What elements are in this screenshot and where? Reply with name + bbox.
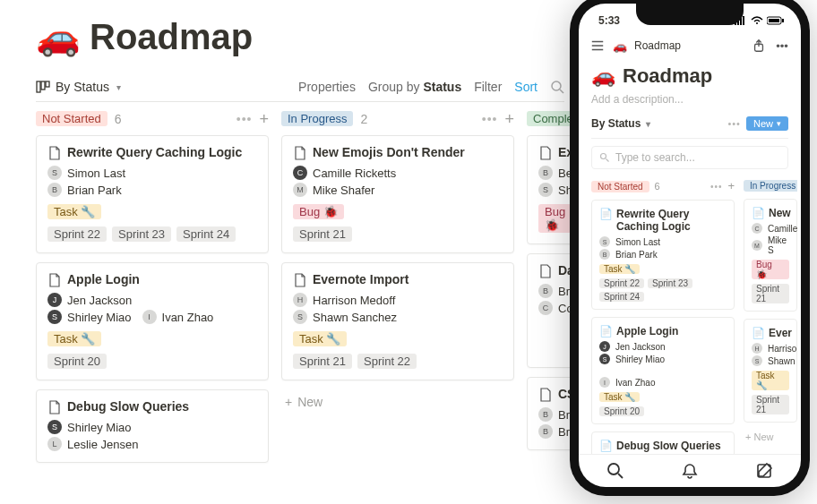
- assignee: CCamille Ricketts: [293, 166, 503, 180]
- card[interactable]: 📄New CCamille MMike S Bug 🐞 Sprint 21: [744, 199, 797, 312]
- more-icon[interactable]: •••: [774, 38, 790, 54]
- new-button[interactable]: New: [746, 116, 788, 131]
- sprint-tag: Sprint 22: [47, 226, 107, 242]
- phone-page-title: 🚗 Roadmap: [591, 64, 788, 88]
- page-icon: [293, 273, 307, 287]
- assignee: SSimon Last: [47, 166, 257, 180]
- type-tag: Bug 🐞: [293, 204, 344, 219]
- view-selector[interactable]: By Status ▾: [591, 117, 650, 130]
- column-header: Not Started 6 ••• +: [36, 111, 269, 126]
- card[interactable]: Debug Slow Queries SShirley Miao LLeslie…: [36, 389, 269, 463]
- column-in-progress: In Progress 2 ••• + New Emojis Don't Ren…: [281, 111, 514, 472]
- avatar: S: [47, 310, 62, 324]
- card[interactable]: Apple Login JJen Jackson SShirley Miao I…: [36, 262, 269, 380]
- svg-rect-1: [41, 81, 45, 90]
- page-icon: [538, 146, 553, 160]
- avatar: S: [538, 183, 553, 197]
- phone-body: 🚗 Roadmap Add a description... By Status…: [579, 59, 801, 454]
- svg-rect-8: [743, 16, 744, 25]
- sprint-tag: Sprint 20: [47, 354, 107, 369]
- card[interactable]: 📄Apple Login JJen Jackson SShirley Miao …: [591, 317, 735, 424]
- assignee: BBee: [538, 166, 569, 180]
- page-icon: 📄: [599, 325, 613, 337]
- type-tag: Task 🔧: [293, 331, 347, 346]
- avatar: B: [538, 424, 553, 439]
- assignee: SShirley Miao: [47, 310, 132, 324]
- search-icon: [599, 152, 610, 163]
- board-icon: [36, 80, 50, 94]
- search-icon[interactable]: [550, 80, 564, 94]
- view-selector-label: By Status: [56, 80, 109, 94]
- svg-rect-12: [782, 19, 784, 22]
- phone-board: Not Started 6 ••• + 📄Rewrite Query Cachi…: [591, 180, 788, 454]
- avatar: C: [293, 166, 307, 180]
- column-count: 6: [115, 112, 122, 126]
- page-icon: [538, 264, 553, 278]
- column-status-chip[interactable]: Not Started: [36, 111, 108, 126]
- view-selector[interactable]: By Status ▾: [36, 80, 121, 94]
- card[interactable]: New Emojis Don't Render CCamille Rickett…: [281, 135, 514, 253]
- phone-column-in-progress: In Progress 📄New CCamille MMike S Bug 🐞 …: [744, 180, 797, 454]
- column-not-started: Not Started 6 ••• + Rewrite Query Cachin…: [36, 111, 269, 472]
- chevron-down-icon: ▾: [116, 82, 121, 92]
- view-menu-icon[interactable]: •••: [727, 118, 741, 129]
- add-card-button[interactable]: + New: [281, 389, 514, 414]
- card-title: Evernote Import: [313, 272, 408, 286]
- avatar: M: [293, 183, 307, 197]
- sort-button[interactable]: Sort: [514, 80, 538, 94]
- hamburger-icon[interactable]: [589, 38, 606, 54]
- nav-search-icon[interactable]: [606, 462, 624, 480]
- app-bar: 🚗 Roadmap •••: [579, 32, 801, 59]
- properties-button[interactable]: Properties: [298, 80, 356, 94]
- avatar: S: [47, 420, 62, 434]
- card[interactable]: Rewrite Query Caching Logic SSimon Last …: [36, 135, 269, 253]
- column-menu-icon[interactable]: •••: [710, 182, 723, 192]
- card-title: Apple Login: [67, 272, 140, 286]
- card[interactable]: 📄Debug Slow Queries SShirley Miao: [591, 431, 735, 454]
- nav-compose-icon[interactable]: [755, 462, 773, 480]
- nav-notifications-icon[interactable]: [681, 462, 699, 480]
- column-status-chip[interactable]: In Progress: [744, 180, 797, 192]
- card[interactable]: Evernote Import HHarrison Medoff SShawn …: [281, 262, 514, 380]
- search-input[interactable]: Type to search...: [591, 146, 788, 169]
- type-tag: Bug 🐞: [538, 204, 572, 233]
- column-add-icon[interactable]: +: [504, 113, 514, 125]
- avatar: C: [538, 301, 553, 315]
- column-status-chip[interactable]: In Progress: [281, 111, 353, 126]
- filter-button[interactable]: Filter: [474, 80, 502, 94]
- breadcrumb-emoji: 🚗: [613, 39, 627, 53]
- assignee: IIvan Zhao: [142, 310, 214, 324]
- breadcrumb-title[interactable]: Roadmap: [634, 39, 681, 52]
- assignee: MMike Shafer: [293, 183, 503, 197]
- card[interactable]: 📄Rewrite Query Caching Logic SSimon Last…: [591, 200, 735, 310]
- svg-line-18: [606, 159, 609, 162]
- column-add-icon[interactable]: +: [727, 180, 735, 192]
- sprint-tag: Sprint 24: [176, 226, 236, 242]
- avatar: J: [47, 293, 62, 307]
- type-tag: Task 🔧: [47, 331, 101, 346]
- avatar: B: [538, 166, 553, 180]
- column-header: In Progress 2 ••• +: [281, 111, 514, 126]
- share-icon[interactable]: [751, 38, 767, 54]
- page-icon: [47, 400, 62, 414]
- avatar: B: [538, 407, 553, 422]
- card-title: New Emojis Don't Render: [313, 145, 465, 159]
- column-status-chip[interactable]: Not Started: [591, 181, 649, 192]
- column-menu-icon[interactable]: •••: [236, 112, 253, 126]
- page-icon: [47, 146, 62, 160]
- group-by-button[interactable]: Group by Status: [368, 80, 461, 94]
- page-emoji: 🚗: [591, 64, 615, 88]
- svg-rect-0: [37, 81, 40, 92]
- assignee: SShawn Sanchez: [293, 310, 503, 324]
- page-icon: [293, 146, 307, 160]
- svg-line-20: [618, 474, 623, 478]
- column-add-icon[interactable]: +: [259, 113, 269, 125]
- add-card-button[interactable]: + New: [744, 430, 797, 444]
- column-menu-icon[interactable]: •••: [482, 112, 498, 126]
- sprint-tag: Sprint 22: [357, 354, 417, 369]
- description-placeholder[interactable]: Add a description...: [591, 93, 788, 106]
- column-count: 2: [360, 112, 367, 126]
- card[interactable]: 📄Ever HHarriso SShawn Task 🔧 Sprint 21: [744, 319, 797, 423]
- assignee: SShi: [538, 183, 569, 197]
- assignee: BBria: [538, 284, 569, 298]
